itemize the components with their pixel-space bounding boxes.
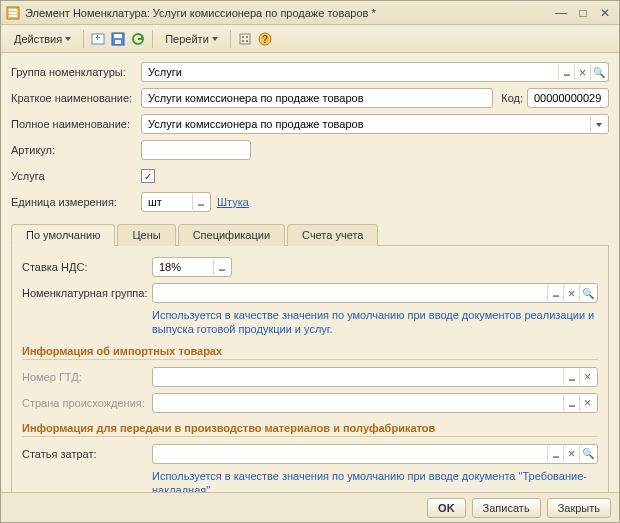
origin-label: Страна происхождения: — [22, 397, 152, 409]
footer: OK Записать Закрыть — [1, 492, 619, 522]
chevron-down-icon — [65, 37, 71, 41]
short-name-field[interactable] — [141, 88, 493, 108]
code-label: Код: — [501, 92, 523, 104]
save-icon[interactable] — [109, 30, 127, 48]
cost-field[interactable] — [152, 444, 598, 464]
vat-input[interactable] — [157, 260, 213, 274]
origin-input[interactable] — [157, 396, 563, 410]
short-name-input[interactable] — [146, 91, 490, 105]
svg-rect-11 — [240, 34, 250, 44]
code-input[interactable] — [532, 91, 606, 105]
tab-specs[interactable]: Спецификации — [178, 224, 285, 246]
select-button[interactable] — [563, 369, 579, 385]
add-icon[interactable] — [89, 30, 107, 48]
unit-label: Единица измерения: — [11, 196, 141, 208]
svg-rect-9 — [115, 40, 121, 44]
ok-button[interactable]: OK — [427, 498, 466, 518]
svg-rect-12 — [242, 36, 244, 38]
article-input[interactable] — [146, 143, 248, 157]
content: Группа номенклатуры: Краткое наименовани… — [1, 53, 619, 492]
maximize-button[interactable]: □ — [573, 5, 593, 21]
svg-rect-14 — [242, 40, 244, 42]
group-label: Группа номенклатуры: — [11, 66, 141, 78]
svg-rect-6 — [97, 35, 98, 40]
code-field[interactable] — [527, 88, 609, 108]
full-name-field[interactable] — [141, 114, 609, 134]
tab-default[interactable]: По умолчанию — [11, 224, 115, 246]
nomgroup-hint: Используется в качестве значения по умол… — [152, 308, 598, 337]
nomgroup-field[interactable] — [152, 283, 598, 303]
toolbar: Действия Перейти ? — [1, 25, 619, 53]
full-name-input[interactable] — [146, 117, 590, 131]
article-field[interactable] — [141, 140, 251, 160]
window-title: Элемент Номенклатура: Услуги комиссионер… — [25, 7, 551, 19]
cost-label: Статья затрат: — [22, 448, 152, 460]
unit-field[interactable] — [141, 192, 211, 212]
gtd-field[interactable] — [152, 367, 598, 387]
short-name-label: Краткое наименование: — [11, 92, 141, 104]
group-field[interactable] — [141, 62, 609, 82]
svg-text:?: ? — [262, 34, 268, 45]
import-header: Информация об импортных товарах — [22, 345, 598, 360]
unit-link[interactable]: Штука — [217, 196, 249, 208]
help-icon[interactable]: ? — [256, 30, 274, 48]
full-name-label: Полное наименование: — [11, 118, 141, 130]
tabs: По умолчанию Цены Спецификации Счета уче… — [11, 223, 609, 246]
clear-button[interactable] — [579, 395, 595, 411]
group-input[interactable] — [146, 65, 558, 79]
service-checkbox[interactable]: ✓ — [141, 169, 155, 183]
search-icon[interactable] — [579, 285, 595, 301]
select-button[interactable] — [547, 285, 563, 301]
nomgroup-input[interactable] — [157, 286, 547, 300]
window: Элемент Номенклатура: Услуги комиссионер… — [0, 0, 620, 523]
actions-menu[interactable]: Действия — [7, 30, 78, 48]
go-label: Перейти — [165, 33, 209, 45]
select-button[interactable] — [547, 446, 563, 462]
prod-header: Информация для передачи в производство м… — [22, 422, 598, 437]
svg-rect-8 — [114, 34, 122, 38]
select-button[interactable] — [213, 259, 229, 275]
actions-label: Действия — [14, 33, 62, 45]
refresh-icon[interactable] — [129, 30, 147, 48]
svg-rect-1 — [9, 9, 17, 11]
titlebar: Элемент Номенклатура: Услуги комиссионер… — [1, 1, 619, 25]
article-label: Артикул: — [11, 144, 141, 156]
close-button[interactable]: ✕ — [595, 5, 615, 21]
origin-field[interactable] — [152, 393, 598, 413]
select-button[interactable] — [563, 395, 579, 411]
service-label: Услуга — [11, 170, 141, 182]
select-button[interactable] — [558, 64, 574, 80]
app-icon — [5, 5, 21, 21]
chevron-down-icon — [596, 123, 602, 127]
dropdown-button[interactable] — [590, 116, 606, 132]
vat-label: Ставка НДС: — [22, 261, 152, 273]
svg-rect-3 — [9, 15, 17, 17]
unit-input[interactable] — [146, 195, 192, 209]
gtd-input[interactable] — [157, 370, 563, 384]
cost-input[interactable] — [157, 447, 547, 461]
clear-button[interactable] — [563, 446, 579, 462]
settings-icon[interactable] — [236, 30, 254, 48]
clear-button[interactable] — [574, 64, 590, 80]
clear-button[interactable] — [563, 285, 579, 301]
clear-button[interactable] — [579, 369, 595, 385]
close-button[interactable]: Закрыть — [547, 498, 611, 518]
chevron-down-icon — [212, 37, 218, 41]
save-button[interactable]: Записать — [472, 498, 541, 518]
tab-body-default: Ставка НДС: Номенклатурная группа: Испол… — [11, 246, 609, 492]
window-controls: — □ ✕ — [551, 5, 615, 21]
search-icon[interactable] — [590, 64, 606, 80]
select-button[interactable] — [192, 194, 208, 210]
svg-rect-2 — [9, 12, 17, 14]
svg-rect-15 — [246, 40, 248, 42]
cost-hint: Используется в качестве значения по умол… — [152, 469, 598, 492]
search-icon[interactable] — [579, 446, 595, 462]
vat-field[interactable] — [152, 257, 232, 277]
gtd-label: Номер ГТД: — [22, 371, 152, 383]
minimize-button[interactable]: — — [551, 5, 571, 21]
tab-accounts[interactable]: Счета учета — [287, 224, 378, 246]
nomgroup-label: Номенклатурная группа: — [22, 287, 152, 299]
tab-prices[interactable]: Цены — [117, 224, 175, 246]
svg-rect-13 — [246, 36, 248, 38]
go-menu[interactable]: Перейти — [158, 30, 225, 48]
